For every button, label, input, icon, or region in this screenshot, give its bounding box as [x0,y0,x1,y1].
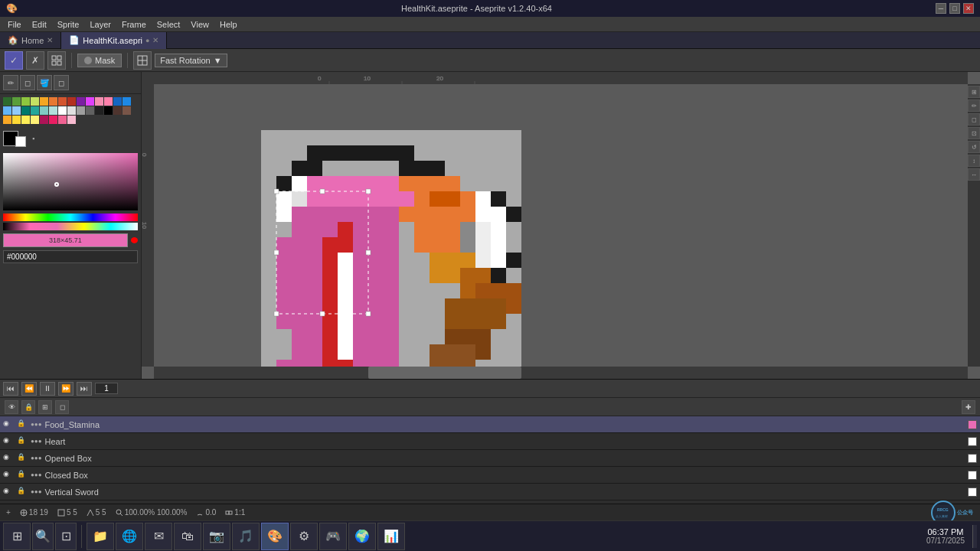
palette-color-30[interactable] [21,116,30,124]
layer-lock-0[interactable]: 🔒 [17,419,28,430]
right-tool-3[interactable]: ◻ [968,113,980,126]
layer-row-1[interactable]: ◉ 🔒 ●●● Heart [0,433,980,450]
layer-lock-3[interactable]: 🔒 [17,470,28,481]
background-swatch[interactable] [15,136,26,147]
palette-color-17[interactable] [31,106,39,115]
frame-number-input[interactable] [95,383,118,394]
menu-view[interactable]: View [186,18,214,31]
tab-home[interactable]: 🏠 Home ✕ [0,32,61,49]
palette-color-11[interactable] [104,97,113,106]
task-view-button[interactable]: ⊡ [55,523,77,550]
show-desktop-button[interactable] [972,525,977,548]
start-button[interactable]: ⊞ [3,523,31,550]
palette-color-31[interactable] [31,116,39,124]
menu-help[interactable]: Help [215,18,242,31]
play-first-btn[interactable]: ⏮ [3,382,18,396]
palette-color-35[interactable] [67,116,76,124]
menu-file[interactable]: File [3,18,26,31]
palette-color-12[interactable] [113,97,122,106]
palette-color-28[interactable] [3,116,11,124]
palette-color-0[interactable] [3,97,11,106]
color-picker[interactable]: 318×45.71 [0,150,141,379]
palette-color-21[interactable] [67,106,76,115]
maximize-button[interactable]: □ [949,3,960,14]
layer-lock-1[interactable]: 🔒 [17,436,28,447]
tool-x-btn[interactable]: ✗ [26,51,44,70]
layer-lock-toggle[interactable]: 🔒 [21,400,35,414]
right-tool-5[interactable]: ↺ [968,141,980,153]
rotation-dropdown[interactable]: Fast Rotation ▼ [155,54,227,67]
taskbar-music[interactable]: 🎵 [232,523,260,550]
play-prev-btn[interactable]: ⏪ [21,382,37,396]
palette-color-5[interactable] [49,97,57,106]
tool-grid2-btn[interactable] [133,51,152,70]
layer-row-2[interactable]: ◉ 🔒 ●●● Opened Box [0,450,980,467]
taskbar-mail[interactable]: ✉ [145,523,172,550]
layer-row-4[interactable]: ◉ 🔒 ●●● Vertical Sword [0,484,980,500]
layer-color-1[interactable] [968,437,977,446]
taskbar-explorer[interactable]: 📁 [87,523,114,550]
layer-grid-btn[interactable]: ⊞ [38,400,52,414]
palette-color-1[interactable] [12,97,21,106]
menu-sprite[interactable]: Sprite [53,18,84,31]
palette-color-10[interactable] [95,97,103,106]
right-tool-6[interactable]: ↕ [968,155,980,167]
layer-lock-4[interactable]: 🔒 [17,487,28,497]
pixel-art-canvas[interactable] [261,130,521,367]
drawing-viewport[interactable] [154,84,968,367]
menu-edit[interactable]: Edit [28,18,51,31]
tool-eraser[interactable]: ◻ [54,75,69,90]
palette-color-9[interactable] [86,97,94,106]
tool-pencil[interactable]: ✏ [3,75,18,90]
palette-color-26[interactable] [113,106,122,115]
taskbar-aseprite[interactable]: 🎨 [261,523,289,550]
menu-frame[interactable]: Frame [117,18,151,31]
taskbar-app2[interactable]: 🎮 [319,523,347,550]
palette-color-7[interactable] [67,97,76,106]
tool-grid-btn[interactable] [47,51,66,70]
right-tool-7[interactable]: ↔ [968,168,980,181]
taskbar-store[interactable]: 🛍 [174,523,201,550]
palette-color-13[interactable] [122,97,131,106]
taskbar-app4[interactable]: 📊 [377,523,405,550]
palette-color-34[interactable] [58,116,67,124]
right-tool-4[interactable]: ⊡ [968,127,980,139]
layer-vis-2[interactable]: ◉ [3,453,14,464]
palette-color-18[interactable] [40,106,48,115]
layer-vis-1[interactable]: ◉ [3,436,14,447]
taskbar-edge[interactable]: 🌐 [116,523,143,550]
minimize-button[interactable]: ─ [936,3,946,14]
palette-color-33[interactable] [49,116,57,124]
palette-color-8[interactable] [77,97,85,106]
palette-color-19[interactable] [49,106,57,115]
layer-color-3[interactable] [968,471,977,480]
play-pause-btn[interactable]: ⏸ [40,382,55,396]
tool-marquee[interactable]: ◻ [20,75,35,90]
hex-color-input[interactable] [3,250,138,263]
layer-color-4[interactable] [968,487,977,497]
layer-visibility-toggle[interactable]: 👁 [5,400,18,414]
taskbar-photos[interactable]: 📷 [203,523,230,550]
layer-add-btn[interactable]: ✚ [962,400,975,414]
palette-color-22[interactable] [77,106,85,115]
taskbar-settings[interactable]: ⚙ [290,523,318,550]
mask-dropdown[interactable]: Mask [77,54,122,67]
layer-vis-0[interactable]: ◉ [3,419,14,430]
color-spectrum-bar[interactable] [3,223,138,230]
layer-swatch-btn[interactable]: ◻ [55,400,69,414]
tab-healthkit[interactable]: 📄 HealthKit.asepri ● ✕ [61,32,167,49]
layer-color-2[interactable] [968,454,977,463]
layer-row-3[interactable]: ◉ 🔒 ●●● Closed Box [0,467,980,484]
taskbar-app3[interactable]: 🌍 [348,523,376,550]
menu-layer[interactable]: Layer [85,18,116,31]
palette-color-29[interactable] [12,116,21,124]
h-scrollbar-thumb[interactable] [368,367,521,379]
layer-row-0[interactable]: ◉ 🔒 ●●● Food_Stamina [0,416,980,433]
palette-color-4[interactable] [40,97,48,106]
layer-vis-3[interactable]: ◉ [3,470,14,481]
right-tool-1[interactable]: ⊞ [968,86,980,98]
search-button[interactable]: 🔍 [32,523,54,550]
tool-check-btn[interactable]: ✓ [5,51,23,70]
close-button[interactable]: ✕ [963,3,974,14]
play-next-btn[interactable]: ⏩ [58,382,74,396]
